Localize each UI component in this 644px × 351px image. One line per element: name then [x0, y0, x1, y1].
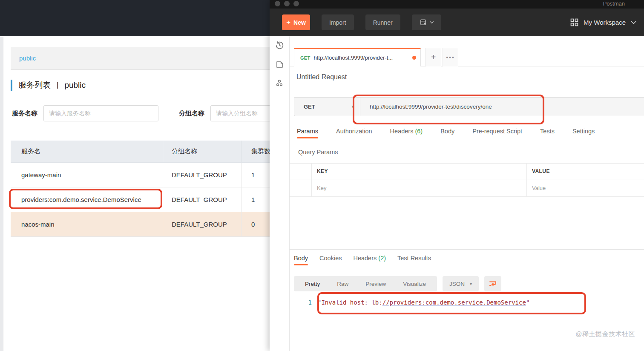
maximize-window-icon[interactable] — [293, 1, 299, 6]
header-service-name: 服务名 — [11, 141, 163, 162]
service-filters: 服务名称 分组名称 — [12, 105, 270, 121]
request-tabs: Params Authorization Headers (6) Body Pr… — [297, 128, 595, 138]
window-title: Postman — [603, 0, 625, 7]
response-toolbar: Pretty Raw Preview Visualize JSON ▾ — [294, 276, 501, 291]
chevron-down-icon — [631, 21, 636, 24]
tab-options-button[interactable]: ●●● — [443, 48, 458, 66]
import-button[interactable]: Import — [322, 14, 354, 30]
postman-mini-sidebar — [270, 36, 290, 351]
history-icon[interactable] — [274, 40, 285, 50]
row-handle-column — [290, 164, 312, 179]
apis-icon[interactable] — [274, 78, 285, 89]
tab-headers[interactable]: Headers (6) — [390, 128, 423, 138]
page-title: 服务列表 — [18, 80, 51, 91]
request-tab-title: http://localhost:9999/provider-t... — [314, 55, 409, 61]
method-select[interactable]: GET ▾ — [294, 98, 360, 116]
workspace-switcher[interactable]: My Workspace — [570, 18, 636, 26]
close-window-icon[interactable] — [275, 1, 280, 6]
service-name-input[interactable] — [43, 105, 158, 121]
response-divider — [290, 249, 644, 250]
postman-titlebar: Postman — [270, 0, 644, 9]
cell-service-name: gateway-main — [11, 163, 163, 187]
workspace-label: My Workspace — [584, 19, 626, 26]
method-value: GET — [304, 104, 351, 110]
group-name-input[interactable] — [210, 105, 270, 121]
service-table: 服务名 分组名称 集群数 gateway-main DEFAULT_GROUP … — [11, 141, 270, 237]
response-string-link[interactable]: //providers:com.demo.service.DemoService — [382, 299, 526, 306]
header-cluster-count: 集群数 — [242, 141, 270, 162]
open-new-tab-button[interactable]: + — [426, 48, 441, 66]
postman-content: GET http://localhost:9999/provider-t... … — [290, 36, 644, 351]
headers-count-badge: (6) — [415, 128, 423, 135]
view-mode-preview[interactable]: Preview — [357, 281, 394, 287]
window-traffic-lights[interactable] — [275, 1, 299, 6]
chevron-down-icon: ▾ — [351, 104, 354, 109]
key-column-header: KEY — [317, 168, 328, 174]
response-tabs: Body Cookies Headers (2) Test Results — [294, 255, 431, 265]
row-handle-column — [290, 179, 312, 196]
service-table-header: 服务名 分组名称 集群数 — [11, 141, 270, 163]
wrap-lines-button[interactable] — [484, 276, 501, 291]
value-column-header: VALUE — [532, 168, 550, 174]
param-value-input[interactable] — [532, 185, 633, 191]
table-row[interactable]: providers:com.demo.service.DemoService D… — [11, 187, 270, 212]
query-params-row — [290, 179, 644, 197]
new-window-icon — [419, 18, 427, 26]
postman-body: GET http://localhost:9999/provider-t... … — [270, 36, 644, 351]
response-string-prefix: "Invalid host: lb: — [318, 299, 382, 306]
postman-window: Postman + New Import Runner — [270, 0, 644, 351]
tab-pre-request-script[interactable]: Pre-request Script — [472, 128, 522, 138]
tab-params[interactable]: Params — [297, 128, 318, 138]
query-params-table: KEY VALUE — [290, 163, 644, 197]
table-row[interactable]: nacos-main DEFAULT_GROUP 0 — [11, 212, 270, 237]
nacos-left-gutter — [0, 37, 3, 351]
tab-authorization[interactable]: Authorization — [336, 128, 372, 138]
response-tab-headers[interactable]: Headers (2) — [353, 255, 386, 265]
view-mode-pretty[interactable]: Pretty — [296, 281, 328, 287]
response-body-line: 1 "Invalid host: lb://providers:com.demo… — [290, 299, 529, 306]
query-params-header-row: KEY VALUE — [290, 163, 644, 179]
request-tab[interactable]: GET http://localhost:9999/provider-t... — [294, 48, 421, 66]
line-number: 1 — [290, 299, 318, 306]
param-key-input[interactable] — [317, 185, 506, 191]
response-format-value: JSON — [449, 281, 465, 287]
response-string-suffix: " — [526, 299, 529, 306]
header-group-name: 分组名称 — [163, 141, 242, 162]
new-window-button[interactable] — [412, 14, 441, 30]
query-params-title: Query Params — [298, 149, 338, 155]
response-tab-test-results[interactable]: Test Results — [397, 255, 431, 265]
nacos-window: public 服务列表 | public 服务名称 分组名称 服务名 分组名称 … — [0, 0, 270, 351]
new-button-label: New — [293, 19, 306, 26]
response-format-select[interactable]: JSON ▾ — [443, 276, 479, 291]
tab-headers-label: Headers — [390, 128, 414, 135]
url-bar: GET ▾ http://localhost:9999/provider-tes… — [294, 97, 644, 116]
workspace-grid-icon — [570, 18, 578, 26]
view-mode-visualize[interactable]: Visualize — [394, 281, 434, 287]
cell-group-name: DEFAULT_GROUP — [163, 212, 242, 236]
tab-body[interactable]: Body — [440, 128, 454, 138]
cell-group-name: DEFAULT_GROUP — [163, 163, 242, 187]
response-tab-cookies[interactable]: Cookies — [319, 255, 342, 265]
postman-header: + New Import Runner My Workspace — [270, 9, 644, 36]
response-headers-label: Headers — [353, 255, 377, 262]
url-input[interactable]: http://localhost:9999/provider-test/disc… — [360, 104, 492, 110]
chevron-down-icon — [430, 21, 434, 24]
view-mode-raw[interactable]: Raw — [328, 281, 357, 287]
response-tab-body[interactable]: Body — [294, 255, 308, 265]
new-button[interactable]: + New — [282, 14, 310, 30]
minimize-window-icon[interactable] — [284, 1, 290, 6]
title-separator: | — [57, 81, 58, 89]
view-mode-group: Pretty Raw Preview Visualize — [294, 276, 437, 291]
table-row[interactable]: gateway-main DEFAULT_GROUP 1 — [11, 163, 270, 187]
request-tab-method: GET — [300, 55, 310, 60]
plus-icon: + — [286, 18, 290, 27]
runner-button[interactable]: Runner — [365, 14, 400, 30]
chevron-down-icon: ▾ — [470, 282, 472, 286]
namespace-tabbar: public — [11, 47, 270, 70]
collections-icon[interactable] — [274, 59, 285, 69]
tab-settings[interactable]: Settings — [572, 128, 595, 138]
cell-cluster-count: 0 — [242, 212, 270, 236]
tab-tests[interactable]: Tests — [540, 128, 555, 138]
wrap-lines-icon — [489, 280, 497, 288]
namespace-tab-public[interactable]: public — [19, 55, 36, 62]
